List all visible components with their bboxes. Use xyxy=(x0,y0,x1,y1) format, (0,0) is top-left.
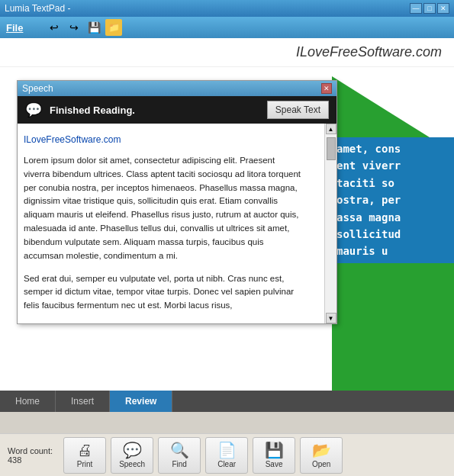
website-url: ILoveFreeSoftware.com xyxy=(296,44,442,60)
speech-status-text: Finished Reading. xyxy=(50,105,259,116)
bottom-toolbar: Word count: 438 🖨 Print 💬 Speech 🔍 Find … xyxy=(0,433,454,476)
redo-button[interactable]: ↪ xyxy=(66,19,82,36)
tab-home[interactable]: Home xyxy=(0,391,56,412)
open-toolbar-button[interactable]: 📁 xyxy=(105,19,122,36)
decorative-area: amet, cons ent viverr taciti so ostra, p… xyxy=(332,76,454,391)
find-icon: 🔍 xyxy=(170,442,189,458)
window-controls: — □ ✕ xyxy=(410,3,449,14)
blue-text-0: amet, cons xyxy=(336,140,449,157)
blue-text-2: taciti so xyxy=(336,175,449,191)
save-label: Save xyxy=(266,460,283,468)
tab-review[interactable]: Review xyxy=(110,391,172,412)
menu-bar: File ↩ ↪ 💾 📁 xyxy=(0,17,454,38)
website-banner: ILoveFreeSoftware.com xyxy=(0,38,454,67)
speech-dialog: Speech ✕ 💬 Finished Reading. Speak Text … xyxy=(17,80,337,324)
find-label: Find xyxy=(172,460,186,468)
app-title: Lumia TextPad - xyxy=(5,3,410,14)
word-count-label: Word count: xyxy=(8,446,53,455)
maximize-button[interactable]: □ xyxy=(423,3,436,14)
blue-text-overlay: amet, cons ent viverr taciti so ostra, p… xyxy=(332,137,454,263)
close-button[interactable]: ✕ xyxy=(437,3,449,14)
scroll-up-arrow[interactable]: ▲ xyxy=(326,124,336,134)
blue-text-6: mauris u xyxy=(336,243,449,259)
find-button[interactable]: 🔍 Find xyxy=(158,437,201,474)
dialog-body: Lorem ipsum dolor sit amet, consectetur … xyxy=(24,154,318,313)
speech-button[interactable]: 💬 Speech xyxy=(111,437,153,474)
tab-bar: Home Insert Review xyxy=(0,391,454,412)
scroll-thumb[interactable] xyxy=(327,137,336,160)
body-paragraph-1: Lorem ipsum dolor sit amet, consectetur … xyxy=(24,154,303,263)
clear-label: Clear xyxy=(217,460,236,468)
tab-insert[interactable]: Insert xyxy=(56,391,110,412)
blue-text-5: sollicitud xyxy=(336,226,449,243)
word-count-area: Word count: 438 xyxy=(8,446,53,465)
speech-dialog-close-button[interactable]: ✕ xyxy=(321,83,332,94)
file-menu[interactable]: File xyxy=(6,22,23,34)
word-count-value: 438 xyxy=(8,455,53,465)
clear-icon: 📄 xyxy=(217,442,237,458)
title-bar: Lumia TextPad - — □ ✕ xyxy=(0,0,454,17)
speech-scrollbar[interactable]: ▲ ▼ xyxy=(324,124,336,323)
scroll-down-arrow[interactable]: ▼ xyxy=(326,313,336,323)
open-button[interactable]: 📂 Open xyxy=(300,437,343,474)
body-paragraph-2: Sed erat dui, semper eu vulputate vel, p… xyxy=(24,272,303,313)
main-content: ILoveFreeSoftware.com amet, cons ent viv… xyxy=(0,38,454,391)
undo-button[interactable]: ↩ xyxy=(46,19,63,36)
blue-text-3: ostra, per xyxy=(336,191,449,208)
speech-dialog-title: Speech xyxy=(22,83,53,94)
open-label: Open xyxy=(312,460,330,468)
save-toolbar-button[interactable]: 💾 xyxy=(85,19,102,36)
clear-button[interactable]: 📄 Clear xyxy=(205,437,248,474)
speak-text-button[interactable]: Speak Text xyxy=(267,101,329,119)
speech-textarea[interactable]: ILoveFreeSoftware.com Lorem ipsum dolor … xyxy=(18,124,336,322)
save-button[interactable]: 💾 Save xyxy=(253,437,295,474)
save-icon: 💾 xyxy=(265,442,284,458)
speech-bubble-icon: 💬 xyxy=(25,101,42,118)
print-icon: 🖨 xyxy=(77,442,92,458)
blue-text-4: assa magna xyxy=(336,209,449,226)
blue-text-1: ent viverr xyxy=(336,157,449,174)
speech-label: Speech xyxy=(119,460,145,468)
print-button[interactable]: 🖨 Print xyxy=(63,437,106,474)
print-label: Print xyxy=(77,460,93,468)
minimize-button[interactable]: — xyxy=(410,3,422,14)
website-link-in-dialog[interactable]: ILoveFreeSoftware.com xyxy=(24,130,318,154)
speech-dialog-titlebar: Speech ✕ xyxy=(18,81,336,96)
toolbar-icons: ↩ ↪ 💾 📁 xyxy=(46,19,122,36)
speech-status-bar: 💬 Finished Reading. Speak Text xyxy=(18,96,336,124)
speech-icon: 💬 xyxy=(123,442,142,458)
open-icon: 📂 xyxy=(312,442,331,458)
speech-content-area: ILoveFreeSoftware.com Lorem ipsum dolor … xyxy=(18,124,336,323)
